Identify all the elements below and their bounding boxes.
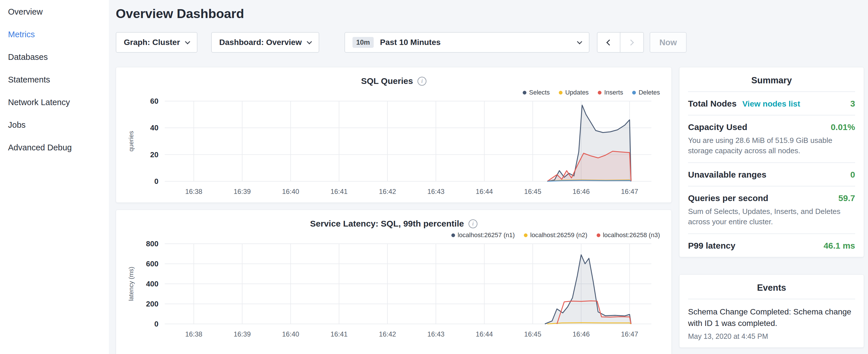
chevron-right-icon: [628, 39, 634, 45]
sidebar-nav: Overview Metrics Databases Statements Ne…: [0, 0, 109, 354]
legend-item[interactable]: Deletes: [632, 89, 660, 96]
svg-text:16:41: 16:41: [331, 188, 348, 195]
sidebar-item-metrics[interactable]: Metrics: [0, 23, 109, 46]
svg-text:16:39: 16:39: [234, 188, 251, 195]
legend-label: Updates: [565, 89, 589, 96]
sidebar-item-statements[interactable]: Statements: [0, 68, 109, 91]
legend-dot-icon: [524, 233, 528, 237]
summary-row-unavailable-ranges: Unavailable ranges 0: [688, 163, 855, 187]
dashboard-selector-dropdown[interactable]: Dashboard: Overview: [211, 32, 319, 53]
time-window-dropdown[interactable]: 10m Past 10 Minutes: [344, 32, 589, 53]
svg-text:16:42: 16:42: [379, 330, 396, 338]
app-root: Overview Metrics Databases Statements Ne…: [0, 0, 868, 354]
legend-item[interactable]: Updates: [559, 89, 589, 96]
svg-text:16:40: 16:40: [282, 330, 299, 338]
svg-text:0: 0: [154, 320, 158, 328]
svg-text:20: 20: [150, 150, 158, 159]
now-button[interactable]: Now: [650, 32, 687, 53]
service-latency-chart-card: Service Latency: SQL, 99th percentile i …: [116, 210, 672, 354]
svg-text:16:47: 16:47: [621, 330, 638, 338]
svg-text:16:38: 16:38: [185, 188, 202, 195]
sql-queries-chart-card: SQL Queries i SelectsUpdatesInsertsDelet…: [116, 67, 672, 203]
dashboard-grid: SQL Queries i SelectsUpdatesInsertsDelet…: [116, 67, 861, 354]
svg-text:800: 800: [146, 240, 158, 248]
svg-text:16:42: 16:42: [379, 188, 396, 195]
summary-row-capacity-used: Capacity Used 0.01% You are using 28.6 M…: [688, 116, 855, 163]
svg-text:16:46: 16:46: [572, 330, 590, 338]
svg-text:16:44: 16:44: [476, 330, 493, 338]
svg-text:16:43: 16:43: [427, 188, 444, 195]
legend-label: Inserts: [604, 89, 623, 96]
svg-text:16:38: 16:38: [185, 330, 202, 338]
svg-text:16:40: 16:40: [282, 188, 299, 195]
chart-legend: SelectsUpdatesInsertsDeletes: [125, 87, 663, 98]
time-window-badge: 10m: [352, 37, 374, 48]
svg-text:60: 60: [150, 98, 158, 105]
legend-item[interactable]: localhost:26257 (n1): [451, 231, 515, 239]
svg-text:16:39: 16:39: [234, 330, 251, 338]
summary-value: 46.1 ms: [824, 241, 855, 251]
graph-selector-dropdown[interactable]: Graph: Cluster: [116, 32, 197, 53]
time-step-forward-button[interactable]: [620, 32, 644, 53]
event-list-item[interactable]: Schema Change Completed: Schema change w…: [688, 299, 855, 347]
svg-text:200: 200: [146, 299, 158, 308]
summary-value: 0: [850, 170, 855, 180]
summary-heading: Summary: [688, 67, 855, 92]
svg-text:16:43: 16:43: [427, 330, 444, 338]
service-latency-chart-plot[interactable]: 020040060080016:3816:3916:4016:4116:4216…: [125, 240, 663, 341]
summary-value: 59.7: [838, 193, 855, 203]
legend-dot-icon: [451, 233, 455, 237]
svg-text:0: 0: [154, 177, 158, 186]
time-step-buttons: [597, 32, 644, 53]
legend-dot-icon: [559, 91, 562, 95]
summary-value: 3: [850, 99, 855, 108]
chart-title: SQL Queries: [361, 76, 413, 86]
events-card: Events Schema Change Completed: Schema c…: [679, 275, 864, 348]
sidebar-item-network-latency[interactable]: Network Latency: [0, 91, 109, 114]
legend-item[interactable]: localhost:26258 (n3): [597, 231, 660, 239]
charts-column: SQL Queries i SelectsUpdatesInsertsDelet…: [116, 67, 672, 354]
svg-text:40: 40: [150, 123, 158, 132]
info-icon[interactable]: i: [417, 77, 426, 86]
sidebar-item-advanced-debug[interactable]: Advanced Debug: [0, 136, 109, 159]
legend-label: Deletes: [639, 89, 660, 96]
chart-title-row: Service Latency: SQL, 99th percentile i: [125, 217, 663, 230]
summary-description: Sum of Selects, Updates, Inserts, and De…: [688, 206, 855, 227]
sql-queries-chart-plot[interactable]: 020406016:3816:3916:4016:4116:4216:4316:…: [125, 98, 663, 198]
summary-label: P99 latency: [688, 241, 735, 251]
summary-row-p99-latency: P99 latency 46.1 ms: [688, 234, 855, 257]
summary-description: You are using 28.6 MiB of 515.9 GiB usab…: [688, 135, 855, 156]
svg-text:16:45: 16:45: [524, 188, 541, 195]
toolbar: Graph: Cluster Dashboard: Overview 10m P…: [116, 32, 861, 53]
legend-item[interactable]: localhost:26259 (n2): [524, 231, 587, 239]
svg-text:16:47: 16:47: [621, 188, 638, 195]
view-nodes-list-link[interactable]: View nodes list: [742, 99, 800, 108]
events-heading: Events: [688, 275, 855, 299]
legend-label: localhost:26257 (n1): [458, 231, 515, 239]
summary-card: Summary Total Nodes View nodes list 3 Ca…: [679, 67, 864, 257]
page-title: Overview Dashboard: [116, 6, 861, 21]
legend-item[interactable]: Inserts: [598, 89, 623, 96]
chevron-left-icon: [607, 39, 612, 45]
sidebar-item-databases[interactable]: Databases: [0, 46, 109, 68]
legend-dot-icon: [598, 91, 601, 95]
summary-label: Queries per second: [688, 193, 768, 203]
chart-title: Service Latency: SQL, 99th percentile: [310, 219, 464, 229]
sidebar-item-jobs[interactable]: Jobs: [0, 114, 109, 136]
event-timestamp: May 13, 2020 at 4:45 PM: [688, 332, 855, 341]
right-column: Summary Total Nodes View nodes list 3 Ca…: [679, 67, 864, 348]
time-step-back-button[interactable]: [597, 32, 620, 53]
legend-dot-icon: [597, 233, 600, 237]
sidebar-item-overview[interactable]: Overview: [0, 1, 109, 23]
summary-label: Total Nodes: [688, 99, 737, 108]
main-content: Overview Dashboard Graph: Cluster Dashbo…: [109, 0, 868, 354]
legend-item[interactable]: Selects: [523, 89, 550, 96]
dashboard-selector-label: Dashboard: Overview: [219, 38, 302, 47]
svg-text:16:44: 16:44: [476, 188, 493, 195]
graph-selector-label: Graph: Cluster: [124, 38, 180, 47]
chevron-down-icon: [185, 39, 190, 44]
info-icon[interactable]: i: [468, 219, 477, 228]
svg-text:16:45: 16:45: [524, 330, 541, 338]
chevron-down-icon: [307, 39, 312, 44]
legend-dot-icon: [632, 91, 636, 95]
